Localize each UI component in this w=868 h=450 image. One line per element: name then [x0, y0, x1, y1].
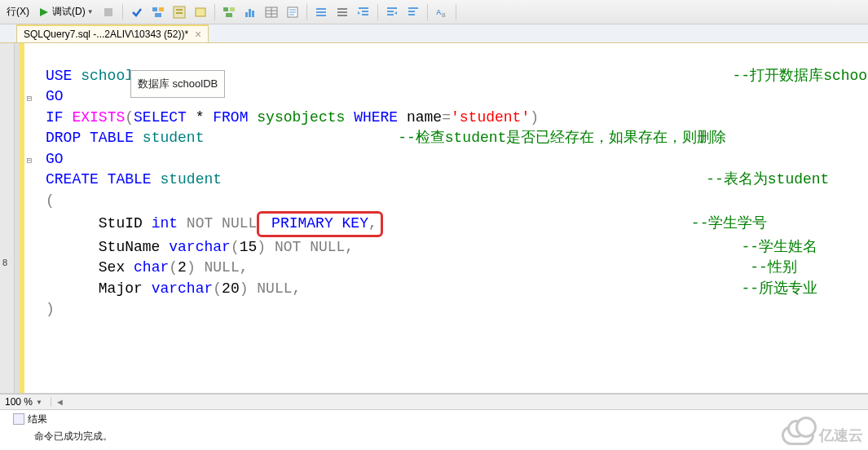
uncomment-button[interactable]: [333, 4, 352, 20]
svg-rect-3: [159, 7, 164, 11]
svg-rect-1: [104, 8, 112, 16]
play-icon: [37, 6, 51, 19]
results-tab-bar: 结果: [0, 410, 868, 428]
text-icon: [286, 6, 299, 19]
svg-text:A: A: [436, 8, 442, 16]
close-icon[interactable]: ×: [195, 29, 201, 40]
toolbar-separator: [427, 4, 428, 20]
outdent-button[interactable]: [382, 4, 402, 20]
svg-rect-2: [152, 7, 157, 11]
main-toolbar: 行(X) 调试(D) ▼: [0, 0, 868, 24]
outdent2-icon: [407, 6, 420, 19]
comment-icon: [315, 6, 328, 19]
intellisense-button[interactable]: [191, 4, 210, 20]
estimated-plan-button[interactable]: [148, 4, 168, 20]
toolbar-separator: [456, 4, 456, 20]
grid-icon: [265, 6, 278, 19]
specify-values-button[interactable]: AB: [432, 4, 452, 20]
hover-tooltip: 数据库 schoolDB: [130, 70, 225, 98]
primary-key-highlight: PRIMARY KEY,: [257, 211, 382, 237]
tab-title: SQLQuery7.sql -...2ALIV\10343 (52))*: [24, 29, 188, 40]
svg-rect-12: [245, 12, 248, 17]
check-icon: [130, 6, 143, 19]
margin-strip: [0, 43, 15, 393]
svg-rect-7: [176, 12, 183, 14]
results-icon: [13, 413, 24, 425]
outdent-icon: [386, 6, 399, 19]
scroll-left-icon[interactable]: ◄: [51, 397, 68, 407]
svg-text:B: B: [442, 12, 446, 18]
fold-toggle[interactable]: ⊟: [24, 149, 34, 171]
debug-label: 调试(D): [52, 5, 86, 19]
outline-strip: ⊟ ⊟: [24, 43, 34, 393]
actual-plan-icon: [223, 6, 236, 19]
fold-toggle[interactable]: ⊟: [24, 87, 34, 109]
client-stats-button[interactable]: [240, 4, 260, 20]
stats-icon: [244, 6, 257, 19]
result-message: 命令已成功完成。: [34, 430, 112, 442]
svg-rect-6: [176, 9, 183, 11]
zoom-level[interactable]: 100 %: [5, 396, 33, 408]
plan-icon: [152, 6, 165, 19]
query-options-button[interactable]: [170, 4, 189, 20]
svg-rect-11: [226, 13, 232, 17]
stop-button[interactable]: [99, 4, 118, 20]
ab-icon: AB: [435, 6, 448, 19]
svg-rect-10: [230, 7, 235, 11]
uncomment-icon: [336, 6, 349, 19]
svg-rect-9: [223, 7, 228, 11]
sql-editor[interactable]: USE schoolDB --打开数据库schoolDB GO IF EXIST…: [34, 43, 868, 393]
outdent2-button[interactable]: [403, 4, 423, 20]
options-icon: [173, 6, 186, 19]
run-label: 行(X): [7, 5, 29, 19]
svg-marker-32: [358, 11, 360, 15]
editor-area: ⊟ ⊟ USE schoolDB --打开数据库schoolDB GO IF E…: [0, 43, 868, 394]
zoom-bar: 100 % ▼ ◄: [0, 394, 868, 410]
indent-icon: [357, 6, 370, 19]
svg-rect-13: [249, 9, 251, 17]
svg-marker-0: [40, 8, 48, 16]
svg-marker-36: [394, 11, 397, 15]
line-indicator: 8: [2, 258, 7, 267]
toolbar-separator: [377, 4, 378, 20]
toolbar-separator: [214, 4, 215, 20]
toolbar-separator: [306, 4, 307, 20]
tab-bar: SQLQuery7.sql -...2ALIV\10343 (52))* ×: [0, 24, 868, 43]
actual-plan-button[interactable]: [219, 4, 239, 20]
intellisense-icon: [194, 6, 207, 19]
svg-rect-4: [155, 13, 161, 17]
toolbar-separator: [122, 4, 123, 20]
comment-button[interactable]: [311, 4, 331, 20]
chevron-down-icon: ▼: [87, 8, 94, 15]
results-pane: 命令已成功完成。: [0, 428, 868, 443]
indent-button[interactable]: [354, 4, 373, 20]
results-text-button[interactable]: [283, 4, 302, 20]
results-tab[interactable]: 结果: [28, 412, 47, 426]
parse-button[interactable]: [127, 4, 147, 20]
results-grid-button[interactable]: [262, 4, 281, 20]
watermark-text: 亿速云: [819, 426, 863, 445]
svg-rect-14: [252, 11, 254, 17]
execute-button[interactable]: 行(X): [3, 3, 33, 20]
watermark: 亿速云: [782, 426, 863, 445]
debug-button[interactable]: 调试(D) ▼: [34, 3, 97, 20]
stop-icon: [102, 6, 115, 19]
chevron-down-icon[interactable]: ▼: [36, 399, 42, 406]
document-tab[interactable]: SQLQuery7.sql -...2ALIV\10343 (52))* ×: [16, 24, 209, 42]
svg-rect-8: [196, 8, 205, 16]
cloud-icon: [782, 426, 814, 445]
